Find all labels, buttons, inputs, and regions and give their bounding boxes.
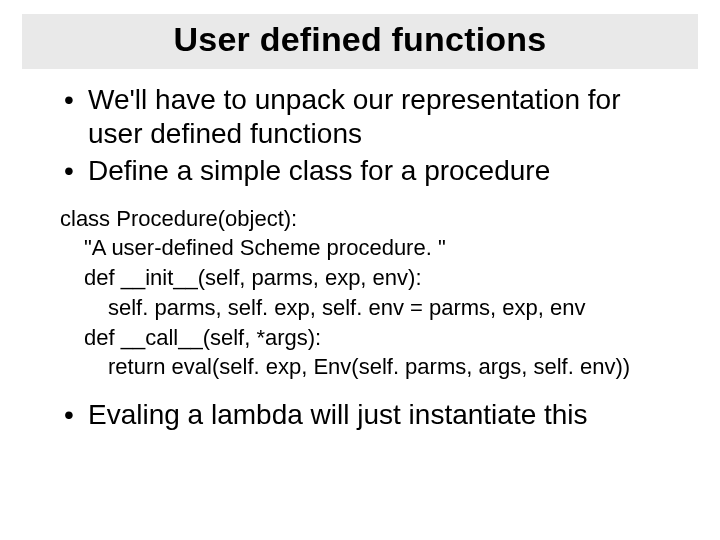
title-band: User defined functions xyxy=(22,14,698,69)
bullet-item: Evaling a lambda will just instantiate t… xyxy=(60,398,660,432)
bullet-list-bottom: Evaling a lambda will just instantiate t… xyxy=(60,398,660,432)
code-block: class Procedure(object): "A user-defined… xyxy=(60,204,660,382)
code-line: def __call__(self, *args): xyxy=(60,323,660,353)
bullet-item: Define a simple class for a procedure xyxy=(60,154,660,188)
code-line: class Procedure(object): xyxy=(60,206,297,231)
slide-body: We'll have to unpack our representation … xyxy=(0,69,720,432)
slide: User defined functions We'll have to unp… xyxy=(0,14,720,540)
code-line: "A user-defined Scheme procedure. " xyxy=(60,233,660,263)
code-line: self. parms, self. exp, self. env = parm… xyxy=(60,293,660,323)
code-line: return eval(self. exp, Env(self. parms, … xyxy=(60,352,660,382)
bullet-list-top: We'll have to unpack our representation … xyxy=(60,83,660,188)
code-line: def __init__(self, parms, exp, env): xyxy=(60,263,660,293)
slide-title: User defined functions xyxy=(174,20,547,58)
bullet-item: We'll have to unpack our representation … xyxy=(60,83,660,150)
